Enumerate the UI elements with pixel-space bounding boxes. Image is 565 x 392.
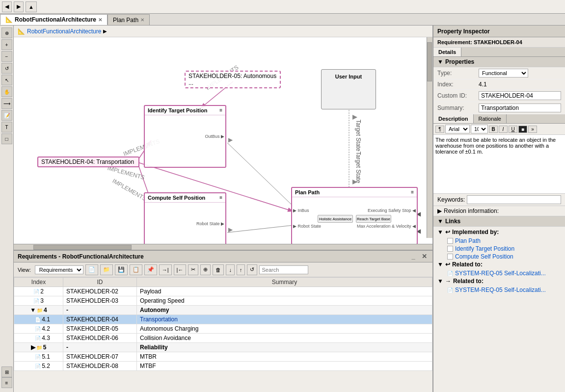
pi-properties-header[interactable]: ▼ Properties [433, 57, 565, 67]
tab-close-2[interactable]: ✕ [140, 17, 144, 23]
table-row[interactable]: 📄5.2STAKEHOLDER-08MTBF [14, 362, 432, 371]
zoom-out-icon[interactable]: − [1, 51, 12, 62]
zoom-in-icon[interactable]: + [1, 39, 12, 50]
diagram-scrollbar-h[interactable] [14, 244, 432, 250]
table-row[interactable]: 📄4.3STAKEHOLDER-06Collision Avoidance [14, 334, 432, 343]
related1-link-1[interactable]: SYSTEM-REQ-05 Self-Localizati... [455, 270, 546, 277]
zoom-reset-icon[interactable]: ↺ [1, 63, 12, 74]
cut-btn[interactable]: ✂ [188, 264, 198, 275]
hand-icon[interactable]: ✋ [1, 86, 12, 97]
select-icon[interactable]: ↖ [1, 75, 12, 85]
import-btn[interactable]: ↓ [226, 264, 235, 275]
pi-links-header[interactable]: ▼ Links [433, 216, 565, 227]
paste-btn[interactable]: 📌 [144, 264, 157, 275]
exec-safety-port: Executing Safety Stop ◀ [368, 208, 416, 213]
node-plan-path[interactable]: Plan Path≡ ▶ InBus ▶ Robot State Executi… [291, 187, 418, 244]
copy-btn[interactable]: 📋 [130, 264, 142, 275]
indent-btn[interactable]: →| [159, 264, 172, 275]
tab-plan-path[interactable]: Plan Path ✕ [108, 14, 150, 25]
implemented-by-header[interactable]: ▼ ↩ Implemented by: [437, 229, 561, 235]
group-expand[interactable]: ▼ [30, 307, 36, 314]
tab-close-1[interactable]: ✕ [98, 17, 102, 23]
del-btn[interactable]: 🗑 [213, 264, 224, 275]
new-folder-btn[interactable]: 📁 [100, 264, 113, 275]
more-format-btn[interactable]: » [528, 126, 537, 133]
summary-input[interactable] [479, 104, 561, 112]
refresh-btn[interactable]: ↺ [247, 264, 257, 275]
forward-btn[interactable]: ▶ [14, 1, 24, 12]
node-identify-target[interactable]: Identify Target Position≡ OutBus ▶ [144, 105, 226, 168]
col-id[interactable]: ID [63, 278, 137, 287]
close-panel-icon[interactable]: ✕ [420, 252, 429, 261]
layers-icon[interactable]: ≡ [1, 377, 12, 388]
pi-tab-rationale[interactable]: Rationale [474, 114, 507, 123]
font-select[interactable]: Arial [445, 125, 470, 133]
related-to-1-header[interactable]: ▼ ↩ Related to: [437, 261, 561, 268]
breadcrumb-root[interactable]: RobotFunctionalArchitecture [27, 28, 101, 35]
row-id: STAKEHOLDER-07 [63, 352, 137, 362]
underline-btn[interactable]: U [509, 126, 517, 133]
related2-link-1[interactable]: SYSTEM-REQ-05 Self-Localizati... [455, 287, 546, 293]
table-row[interactable]: 📄4.1STAKEHOLDER-04Transportation [14, 315, 432, 324]
row-id: - [63, 343, 137, 352]
text-icon[interactable]: T [1, 122, 12, 132]
impl-link-3[interactable]: Compute Self Position [455, 253, 513, 260]
minimize-icon[interactable]: _ [409, 252, 418, 261]
rect-icon[interactable]: □ [1, 133, 12, 144]
table-row[interactable]: ▶📁5-Reliability [14, 343, 432, 352]
tab-robot-functional[interactable]: 📐 RobotFunctionalArchitecture ✕ [0, 14, 108, 25]
group-expand[interactable]: ▶ [31, 344, 35, 351]
view-select[interactable]: Requirements [35, 265, 83, 274]
bold-btn[interactable]: B [489, 126, 498, 133]
type-select[interactable]: Functional Non-Functional [479, 69, 528, 78]
row-id: STAKEHOLDER-03 [63, 296, 137, 306]
pi-revision-header[interactable]: ▶ Revision information: [433, 206, 565, 216]
table-row[interactable]: 📄5.1STAKEHOLDER-07MTBR [14, 352, 432, 362]
format-style-btn[interactable]: ¶ [435, 126, 444, 133]
keywords-label: Keywords: [437, 196, 465, 203]
table-row[interactable]: 📄4.2STAKEHOLDER-05Autonomous Charging [14, 324, 432, 334]
keywords-input[interactable] [467, 195, 561, 204]
row-id: - [63, 306, 137, 315]
table-row[interactable]: ▼📁4-Autonomy [14, 306, 432, 315]
pi-text-toolbar: ¶ Arial 10 B I U ■ » [433, 124, 565, 135]
pi-tab-description[interactable]: Description [433, 114, 474, 123]
custom-id-input[interactable] [479, 91, 561, 100]
diagram-scrollbar-v[interactable] [427, 37, 432, 238]
back-btn[interactable]: ◀ [2, 1, 12, 12]
description-textarea[interactable] [433, 135, 565, 194]
search-input[interactable] [259, 265, 308, 274]
table-row[interactable]: 📄3STAKEHOLDER-03Operating Speed [14, 296, 432, 306]
pi-tab-details[interactable]: Details [433, 48, 461, 56]
table-row[interactable]: 📄2STAKEHOLDER-02Payload [14, 287, 432, 296]
impl-link-2[interactable]: Identify Target Position [455, 245, 514, 252]
connect-icon[interactable]: ⟶ [1, 98, 12, 109]
font-size-select[interactable]: 10 [471, 125, 488, 133]
breadcrumb-separator: ▶ [103, 28, 107, 34]
zoom-fit-icon[interactable]: ⊕ [1, 27, 12, 38]
color-btn[interactable]: ■ [518, 126, 527, 133]
node-stakeholder-05[interactable]: STAKEHOLDER-05: Autonomous ... [185, 71, 281, 88]
impl-link-1[interactable]: Plan Path [455, 237, 481, 244]
node-stakeholder-04[interactable]: STAKEHOLDER-04: Transportation [37, 157, 139, 167]
scrollbar-h-thumb[interactable] [33, 245, 132, 250]
dup-btn[interactable]: ⊕ [200, 264, 211, 275]
unindent-btn[interactable]: |← [174, 264, 187, 275]
user-input-label: User Input [325, 74, 372, 79]
diagram-canvas[interactable]: IMPLEMENTS IMPLEMENTS IMPLEMENTS IMPLEME… [14, 37, 432, 244]
col-summary[interactable]: Summary [137, 278, 432, 287]
new-req-btn[interactable]: 📄 [85, 264, 98, 275]
italic-btn[interactable]: I [499, 126, 508, 133]
export-btn[interactable]: ↑ [237, 264, 245, 275]
node-user-input[interactable]: User Input [321, 69, 376, 109]
col-index[interactable]: Index [14, 278, 63, 287]
save-btn[interactable]: 💾 [115, 264, 128, 275]
note-icon[interactable]: 📝 [1, 110, 12, 121]
node-compute-self[interactable]: Compute Self Position≡ Robot State ▶ [144, 192, 226, 244]
inner-reach-target: Reach Target Base [356, 215, 391, 223]
grid-icon[interactable]: ⊞ [1, 366, 12, 377]
related-to-2-header[interactable]: ▼ → Related to: [437, 278, 561, 285]
up-btn[interactable]: ▲ [26, 1, 37, 12]
scrollbar-v-thumb[interactable] [427, 42, 432, 81]
related2-item-1: 📄 SYSTEM-REQ-05 Self-Localizati... [437, 287, 561, 293]
